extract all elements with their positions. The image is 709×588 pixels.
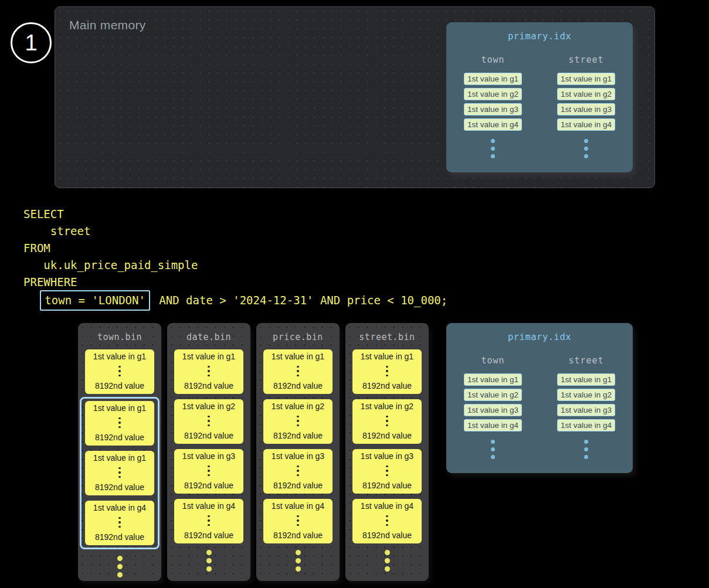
index-entry: 1st value in g3 [557, 404, 615, 416]
sql-line-prewhere: PREWHERE [23, 274, 447, 291]
granule-block: 1st value in g3 8192nd value [174, 449, 243, 494]
main-memory-label: Main memory [69, 18, 146, 32]
primary-idx-town-column: town 1st value in g1 1st value in g2 1st… [446, 55, 540, 158]
selected-granules-outline: 1st value in g1 8192nd value 1st value i… [80, 397, 160, 549]
granule-block: 1st value in g2 8192nd value [352, 399, 422, 444]
index-entry: 1st value in g1 [557, 373, 615, 386]
index-entry: 1st value in g1 [557, 73, 615, 85]
index-entry: 1st value in g4 [464, 118, 522, 131]
town-bin-title: town.bin [78, 323, 161, 342]
price-bin-card: price.bin 1st value in g1 8192nd value 1… [256, 323, 340, 581]
granule-block: 1st value in g1 8192nd value [85, 349, 154, 394]
ellipsis-dots [118, 366, 121, 377]
street-column-header: street [568, 355, 603, 366]
primary-idx-street-column: street 1st value in g1 1st value in g2 1… [540, 355, 633, 459]
primary-idx-card-disk: primary.idx town 1st value in g1 1st val… [446, 323, 633, 473]
granule-block: 1st value in g4 8192nd value [352, 499, 422, 543]
town-bin-blocks: 1st value in g1 8192nd value 1st value i… [78, 349, 161, 549]
date-bin-blocks: 1st value in g1 8192nd value 1st value i… [167, 349, 250, 543]
index-entry: 1st value in g2 [557, 389, 615, 401]
index-entry: 1st value in g1 [464, 373, 522, 386]
index-entry: 1st value in g4 [464, 419, 522, 431]
ellipsis-dots [297, 416, 299, 427]
step-number: 1 [25, 30, 37, 56]
primary-idx-columns: town 1st value in g1 1st value in g2 1st… [446, 355, 633, 459]
ellipsis-dots [386, 515, 388, 526]
ellipsis-dots [118, 417, 121, 429]
granule-block: 1st value in g2 8192nd value [174, 399, 243, 444]
index-entry: 1st value in g2 [464, 389, 522, 401]
street-bin-title: street.bin [345, 323, 429, 342]
street-column-header: street [568, 55, 603, 65]
sql-line-street: street [23, 223, 447, 240]
index-entry: 1st value in g3 [464, 404, 522, 416]
date-bin-card: date.bin 1st value in g1 8192nd value 1s… [167, 323, 250, 581]
sql-query: SELECT street FROM uk.uk_price_paid_simp… [23, 206, 447, 310]
town-predicate-highlight: town = 'LONDON' [40, 290, 150, 311]
ellipsis-dots [297, 515, 299, 526]
ellipsis-dots [491, 440, 495, 459]
sql-line-table: uk.uk_price_paid_simple [23, 257, 447, 274]
ellipsis-dots [584, 139, 588, 158]
index-entry: 1st value in g2 [464, 88, 522, 100]
granule-block: 1st value in g1 8192nd value [85, 451, 154, 495]
sql-line-select: SELECT [23, 206, 447, 223]
granule-block: 1st value in g2 8192nd value [263, 399, 333, 444]
granule-block: 1st value in g4 8192nd value [263, 499, 333, 543]
granule-block: 1st value in g1 8192nd value [174, 349, 243, 394]
ellipsis-dots [167, 550, 250, 572]
granule-block: 1st value in g3 8192nd value [263, 449, 333, 494]
price-bin-blocks: 1st value in g1 8192nd value 1st value i… [256, 349, 340, 543]
ellipsis-dots [386, 366, 388, 377]
street-bin-blocks: 1st value in g1 8192nd value 1st value i… [345, 349, 429, 543]
ellipsis-dots [386, 416, 388, 427]
ellipsis-dots [118, 517, 121, 528]
granule-block: 1st value in g3 8192nd value [352, 449, 422, 494]
primary-idx-street-column: street 1st value in g1 1st value in g2 1… [540, 55, 633, 158]
date-bin-title: date.bin [167, 323, 250, 342]
ellipsis-dots [118, 467, 121, 478]
street-index-entries: 1st value in g1 1st value in g2 1st valu… [557, 373, 615, 431]
granule-block: 1st value in g1 8192nd value [263, 349, 333, 394]
granule-block: 1st value in g4 8192nd value [174, 499, 243, 543]
index-entry: 1st value in g3 [557, 103, 615, 115]
town-bin-card: town.bin 1st value in g1 8192nd value 1s… [78, 323, 161, 581]
price-bin-title: price.bin [256, 323, 340, 342]
town-index-entries: 1st value in g1 1st value in g2 1st valu… [464, 373, 522, 431]
ellipsis-dots [208, 366, 210, 377]
ellipsis-dots [297, 465, 299, 477]
index-entry: 1st value in g4 [557, 118, 615, 131]
town-column-header: town [481, 55, 504, 65]
ellipsis-dots [584, 440, 588, 459]
index-entry: 1st value in g3 [464, 103, 522, 115]
sql-line-predicates: town = 'LONDON' AND date > '2024-12-31' … [23, 291, 447, 310]
predicate-rest: AND date > '2024-12-31' AND price < 10_0… [152, 294, 447, 307]
ellipsis-dots [345, 550, 429, 572]
primary-idx-town-column: town 1st value in g1 1st value in g2 1st… [446, 355, 540, 459]
ellipsis-dots [297, 366, 299, 377]
ellipsis-dots [256, 550, 340, 572]
primary-idx-columns: town 1st value in g1 1st value in g2 1st… [446, 55, 633, 158]
ellipsis-dots [491, 139, 495, 158]
granule-block: 1st value in g1 8192nd value [85, 401, 154, 446]
index-entry: 1st value in g4 [557, 419, 615, 431]
step-1-badge: 1 [11, 22, 52, 63]
street-bin-card: street.bin 1st value in g1 8192nd value … [345, 323, 429, 581]
ellipsis-dots [386, 465, 388, 477]
index-entry: 1st value in g1 [464, 73, 522, 85]
primary-idx-title: primary.idx [446, 323, 633, 342]
town-column-header: town [481, 355, 504, 366]
primary-idx-title: primary.idx [446, 22, 633, 42]
granule-block: 1st value in g1 8192nd value [352, 349, 422, 394]
index-entry: 1st value in g2 [557, 88, 615, 100]
ellipsis-dots [208, 515, 210, 526]
granule-block: 1st value in g4 8192nd value [85, 501, 154, 545]
street-index-entries: 1st value in g1 1st value in g2 1st valu… [557, 73, 615, 131]
ellipsis-dots [208, 465, 210, 477]
ellipsis-dots [208, 416, 210, 427]
ellipsis-dots [78, 556, 161, 577]
sql-line-from: FROM [23, 240, 447, 257]
primary-idx-card-memory: primary.idx town 1st value in g1 1st val… [446, 22, 633, 172]
town-index-entries: 1st value in g1 1st value in g2 1st valu… [464, 73, 522, 131]
